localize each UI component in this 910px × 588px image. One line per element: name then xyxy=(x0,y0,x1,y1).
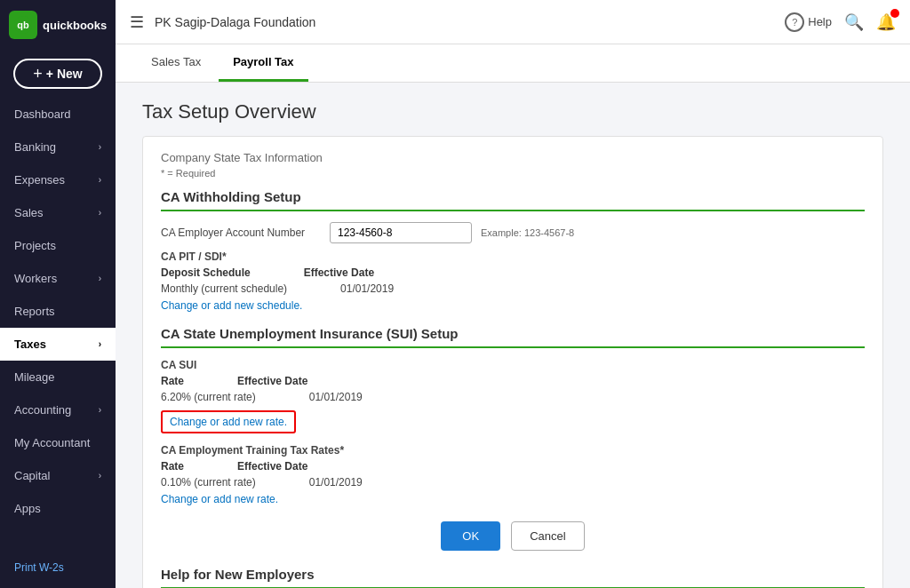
sui-rate-header: Rate xyxy=(161,375,184,387)
sidebar-item-capital[interactable]: Capital › xyxy=(0,459,116,492)
quickbooks-logo: qb xyxy=(9,11,37,39)
sidebar-nav: Dashboard Banking › Expenses › Sales › P… xyxy=(0,98,116,554)
page-content: Tax Setup Overview Company State Tax Inf… xyxy=(116,83,910,588)
effective-date-value-withholding: 01/01/2019 xyxy=(340,282,394,295)
effective-date-header-withholding: Effective Date xyxy=(304,266,374,279)
change-rate-button-highlighted[interactable]: Change or add new rate. xyxy=(161,410,296,433)
employer-account-label: CA Employer Account Number xyxy=(161,226,321,239)
ett-label: CA Employment Training Tax Rates* xyxy=(161,444,865,457)
ett-effective-date-value: 01/01/2019 xyxy=(309,476,363,489)
employer-account-row: CA Employer Account Number Example: 123-… xyxy=(161,222,865,243)
example-text: Example: 123-4567-8 xyxy=(481,227,574,238)
schedule-headers-row: Deposit Schedule Effective Date xyxy=(161,266,865,279)
main-area: ☰ PK Sagip-Dalaga Foundation ? Help 🔍 🔔 … xyxy=(116,0,910,588)
hamburger-icon[interactable]: ☰ xyxy=(130,12,144,32)
company-name: PK Sagip-Dalaga Foundation xyxy=(155,15,774,29)
sidebar-item-projects[interactable]: Projects xyxy=(0,229,116,262)
deposit-schedule-value: Monthly (current schedule) xyxy=(161,282,287,295)
notification-badge xyxy=(890,9,899,18)
tab-sales-tax[interactable]: Sales Tax xyxy=(137,44,215,82)
help-section-title: Help for New Employers xyxy=(161,567,865,588)
sidebar: qb quickbooks + + New Dashboard Banking … xyxy=(0,0,116,588)
sidebar-item-apps[interactable]: Apps xyxy=(0,492,116,525)
bell-icon[interactable]: 🔔 xyxy=(876,12,896,32)
tabs-bar: Sales Tax Payroll Tax xyxy=(116,44,910,83)
sidebar-item-dashboard[interactable]: Dashboard xyxy=(0,98,116,131)
sidebar-item-my-accountant[interactable]: My Accountant xyxy=(0,426,116,459)
deposit-schedule-header: Deposit Schedule xyxy=(161,266,251,279)
sidebar-item-taxes[interactable]: Taxes › xyxy=(0,328,116,361)
ett-rate-header: Rate xyxy=(161,460,184,473)
sui-effective-date-value: 01/01/2019 xyxy=(309,391,363,403)
top-bar: ☰ PK Sagip-Dalaga Foundation ? Help 🔍 🔔 xyxy=(116,0,910,44)
sidebar-item-sales[interactable]: Sales › xyxy=(0,196,116,229)
sidebar-item-mileage[interactable]: Mileage xyxy=(0,361,116,393)
help-button[interactable]: ? Help xyxy=(785,12,832,32)
main-form-card: Company State Tax Information * = Requir… xyxy=(142,136,883,588)
sui-values-row: 6.20% (current rate) 01/01/2019 xyxy=(161,391,865,403)
sidebar-item-expenses[interactable]: Expenses › xyxy=(0,163,116,196)
app-name: quickbooks xyxy=(43,19,107,32)
cancel-button[interactable]: Cancel xyxy=(511,521,584,551)
schedule-values-row: Monthly (current schedule) 01/01/2019 xyxy=(161,282,865,295)
ett-rate-value: 0.10% (current rate) xyxy=(161,476,256,489)
ok-button[interactable]: OK xyxy=(441,521,500,551)
sidebar-item-banking[interactable]: Banking › xyxy=(0,131,116,163)
change-ett-rate-link[interactable]: Change or add new rate. xyxy=(161,493,278,505)
sidebar-footer: Print W-2s xyxy=(0,554,116,588)
sui-rate-value: 6.20% (current rate) xyxy=(161,391,256,403)
top-bar-icons: ? Help 🔍 🔔 xyxy=(785,12,896,32)
new-button[interactable]: + + New xyxy=(13,59,102,89)
ett-effective-date-header: Effective Date xyxy=(237,460,307,473)
company-info-header: Company State Tax Information xyxy=(161,151,865,164)
help-icon: ? xyxy=(785,12,804,32)
ca-sui-title: CA State Unemployment Insurance (SUI) Se… xyxy=(161,326,865,348)
search-icon[interactable]: 🔍 xyxy=(844,12,864,32)
sidebar-item-accounting[interactable]: Accounting › xyxy=(0,393,116,426)
ca-withholding-title: CA Withholding Setup xyxy=(161,189,865,211)
page-title: Tax Setup Overview xyxy=(142,100,883,123)
pit-label: CA PIT / SDI* xyxy=(161,250,865,263)
employer-account-input[interactable] xyxy=(330,222,472,243)
ett-headers-row: Rate Effective Date xyxy=(161,460,865,473)
sidebar-item-reports[interactable]: Reports xyxy=(0,295,116,328)
action-row: OK Cancel xyxy=(161,521,865,551)
required-note: * = Required xyxy=(161,168,865,179)
sui-headers-row: Rate Effective Date xyxy=(161,375,865,387)
svg-text:qb: qb xyxy=(17,20,29,30)
tab-payroll-tax[interactable]: Payroll Tax xyxy=(219,44,307,82)
change-schedule-link[interactable]: Change or add new schedule. xyxy=(161,299,302,312)
sidebar-item-workers[interactable]: Workers › xyxy=(0,262,116,295)
ca-sui-label: CA SUI xyxy=(161,359,865,371)
ett-values-row: 0.10% (current rate) 01/01/2019 xyxy=(161,476,865,489)
sidebar-header: qb quickbooks xyxy=(0,0,116,50)
content-area: Sales Tax Payroll Tax Tax Setup Overview… xyxy=(116,44,910,588)
sui-effective-date-header: Effective Date xyxy=(237,375,307,387)
print-w2s-link[interactable]: Print W-2s xyxy=(14,561,64,574)
